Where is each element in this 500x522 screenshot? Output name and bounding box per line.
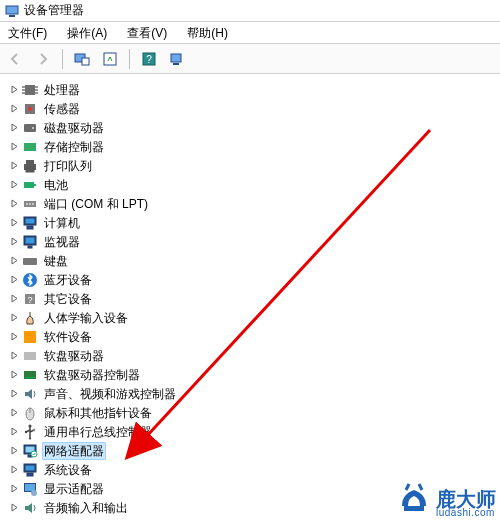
svg-rect-42 [26,262,34,263]
tree-node-label: 打印队列 [42,158,94,174]
tree-node[interactable]: 声音、视频和游戏控制器 [2,384,500,403]
expander-icon[interactable] [8,141,20,153]
toolbar-properties-button[interactable] [166,48,188,70]
toolbar-separator [62,49,63,69]
expander-icon[interactable] [8,502,20,514]
tree-node[interactable]: 显示适配器 [2,479,500,498]
expander-icon[interactable] [8,179,20,191]
toolbar-refresh-button[interactable] [99,48,121,70]
expander-icon[interactable] [8,483,20,495]
svg-rect-33 [27,226,33,229]
toolbar-back-button[interactable] [4,48,26,70]
svg-rect-1 [9,15,15,17]
tree-node-label: 传感器 [42,101,82,117]
tree-node[interactable]: 存储控制器 [2,137,500,156]
tree-node[interactable]: 软盘驱动器 [2,346,500,365]
display-adapter-icon [22,481,38,497]
tree-node[interactable]: 键盘 [2,251,500,270]
bluetooth-icon [22,272,38,288]
tree-node-label: 通用串行总线控制器 [42,424,154,440]
svg-rect-18 [24,124,36,132]
svg-rect-35 [25,237,35,244]
expander-icon[interactable] [8,350,20,362]
menu-action[interactable]: 操作(A) [63,22,111,44]
expander-icon[interactable] [8,407,20,419]
menu-help[interactable]: 帮助(H) [183,22,232,44]
tree-node[interactable]: 软盘驱动器控制器 [2,365,500,384]
tree-node[interactable]: 人体学输入设备 [2,308,500,327]
tree-node[interactable]: 通用串行总线控制器 [2,422,500,441]
tree-node[interactable]: 电池 [2,175,500,194]
devices-icon [74,51,90,67]
printer-icon [22,158,38,174]
tree-node[interactable]: 传感器 [2,99,500,118]
hid-icon [22,310,38,326]
svg-point-56 [25,430,27,432]
tree-node[interactable]: 端口 (COM 和 LPT) [2,194,500,213]
monitor-icon [22,234,38,250]
app-icon [4,3,20,19]
tree-node[interactable]: 计算机 [2,213,500,232]
svg-rect-7 [171,54,181,62]
tree-node-label: 音频输入和输出 [42,500,130,516]
svg-rect-8 [173,63,179,65]
system-icon [22,462,38,478]
software-icon [22,329,38,345]
expander-icon[interactable] [8,312,20,324]
expander-icon[interactable] [8,388,20,400]
tree-node-label: 存储控制器 [42,139,106,155]
tree-node-label: 系统设备 [42,462,94,478]
tree-node[interactable]: 鼠标和其他指针设备 [2,403,500,422]
expander-icon[interactable] [8,160,20,172]
tree-node[interactable]: 监视器 [2,232,500,251]
expander-icon[interactable] [8,122,20,134]
expander-icon[interactable] [8,274,20,286]
audio-io-icon [22,500,38,516]
menu-file[interactable]: 文件(F) [4,22,51,44]
svg-rect-50 [25,358,35,359]
svg-rect-40 [30,260,32,262]
expander-icon[interactable] [8,445,20,457]
expander-icon[interactable] [8,369,20,381]
tree-node-label: 软盘驱动器控制器 [42,367,142,383]
tree-node-label: 声音、视频和游戏控制器 [42,386,178,402]
expander-icon[interactable] [8,217,20,229]
tree-node[interactable]: 磁盘驱动器 [2,118,500,137]
expander-icon[interactable] [8,331,20,343]
toolbar-help-button[interactable]: ? [138,48,160,70]
expander-icon[interactable] [8,103,20,115]
expander-icon[interactable] [8,84,20,96]
tree-node-label: 其它设备 [42,291,94,307]
tree-node-label: 鼠标和其他指针设备 [42,405,154,421]
toolbar-show-hidden-button[interactable] [71,48,93,70]
expander-icon[interactable] [8,198,20,210]
tree-node-label: 处理器 [42,82,82,98]
expander-icon[interactable] [8,426,20,438]
tree-node[interactable]: 网络适配器 [2,441,500,460]
sensor-icon [22,101,38,117]
arrow-left-icon [8,52,22,66]
expander-icon[interactable] [8,236,20,248]
svg-rect-52 [25,377,35,378]
expander-icon[interactable] [8,293,20,305]
svg-rect-24 [26,168,34,172]
svg-rect-32 [25,218,35,224]
menu-view[interactable]: 查看(V) [123,22,171,44]
help-icon: ? [141,51,157,67]
floppy-drive-icon [22,348,38,364]
svg-rect-57 [33,428,35,430]
expander-icon[interactable] [8,464,20,476]
toolbar-forward-button[interactable] [32,48,54,70]
computer-icon [22,215,38,231]
keyboard-icon [22,253,38,269]
tree-node[interactable]: 处理器 [2,80,500,99]
tree-node[interactable]: 系统设备 [2,460,500,479]
tree-node[interactable]: 软件设备 [2,327,500,346]
device-tree[interactable]: 处理器传感器磁盘驱动器存储控制器打印队列电池端口 (COM 和 LPT)计算机监… [0,74,500,522]
expander-icon[interactable] [8,255,20,267]
svg-rect-48 [26,333,34,341]
tree-node[interactable]: 打印队列 [2,156,500,175]
tree-node[interactable]: 蓝牙设备 [2,270,500,289]
tree-node[interactable]: 音频输入和输出 [2,498,500,517]
tree-node[interactable]: ?其它设备 [2,289,500,308]
